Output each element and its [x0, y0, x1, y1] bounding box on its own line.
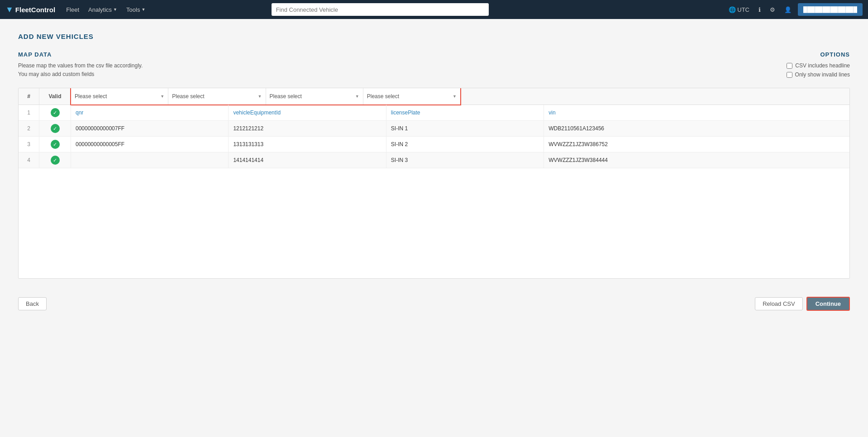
table-header-row: # Valid Please select ▼ Please select — [19, 88, 849, 105]
section-header: MAP DATA Please map the values from the … — [18, 51, 850, 81]
user-button[interactable]: 👤 — [782, 5, 794, 14]
reload-csv-button[interactable]: Reload CSV — [755, 297, 803, 310]
valid-check-icon: ✓ — [51, 124, 60, 133]
col-header-num: # — [19, 88, 39, 104]
row-3-num: 3 — [19, 137, 39, 152]
table-row: 3✓00000000000005FF1313131313SI-IN 2WVWZZ… — [19, 137, 849, 152]
row-1-col4[interactable]: vin — [544, 105, 701, 120]
show-invalid-checkbox[interactable] — [787, 72, 792, 78]
nav-tools[interactable]: Tools ▼ — [123, 5, 149, 15]
info-icon: ℹ — [758, 6, 761, 13]
gear-icon: ⚙ — [770, 6, 775, 13]
info-button[interactable]: ℹ — [756, 5, 763, 14]
row-4-num: 4 — [19, 152, 39, 168]
col-header-valid: Valid — [39, 88, 71, 104]
row-2-col3: SI-IN 1 — [386, 121, 544, 136]
row-3-col2: 1313131313 — [229, 137, 386, 152]
select-dropdown-3[interactable]: Please select — [266, 88, 363, 104]
show-invalid-label[interactable]: Only show invalid lines — [795, 71, 850, 78]
row-1-col1[interactable]: qnr — [71, 105, 229, 120]
row-4-valid: ✓ — [39, 152, 71, 168]
row-4-col2: 1414141414 — [229, 152, 386, 168]
row-filler — [701, 137, 849, 152]
csv-headline-checkbox[interactable] — [787, 63, 792, 69]
brand-logo[interactable]: ▼ FleetControl — [5, 5, 55, 14]
map-data-desc-line1: Please map the values from the csv file … — [18, 62, 143, 70]
section-left: MAP DATA Please map the values from the … — [18, 51, 143, 79]
csv-headline-label[interactable]: CSV includes headline — [795, 62, 850, 69]
table-row: 2✓00000000000007FF1212121212SI-IN 1WDB21… — [19, 121, 849, 137]
user-account-button[interactable]: ██████████████ — [798, 3, 863, 16]
row-2-col1: 00000000000007FF — [71, 121, 229, 136]
row-filler — [701, 121, 849, 136]
table-wrapper: # Valid Please select ▼ Please select — [19, 88, 849, 278]
search-container — [272, 3, 489, 16]
brand-name: FleetControl — [15, 6, 55, 14]
option-csv-headline-row: CSV includes headline — [787, 62, 850, 69]
table-body: 1✓qnrvehicleEquipmentIdlicensePlatevin2✓… — [19, 105, 849, 168]
main-content: ADD NEW VEHICLES MAP DATA Please map the… — [0, 19, 868, 437]
utc-label: UTC — [737, 6, 749, 13]
row-2-num: 2 — [19, 121, 39, 136]
options-section: OPTIONS CSV includes headline Only show … — [787, 51, 850, 81]
row-2-valid: ✓ — [39, 121, 71, 136]
row-3-valid: ✓ — [39, 137, 71, 152]
table-row: 1✓qnrvehicleEquipmentIdlicensePlatevin — [19, 105, 849, 121]
row-1-col3[interactable]: licensePlate — [386, 105, 544, 120]
brand-v-icon: ▼ — [5, 5, 14, 14]
option-show-invalid-row: Only show invalid lines — [787, 71, 850, 78]
bottom-right: Reload CSV Continue — [755, 297, 850, 311]
row-1-valid: ✓ — [39, 105, 71, 120]
nav-analytics[interactable]: Analytics ▼ — [85, 5, 121, 15]
row-filler — [701, 152, 849, 168]
row-2-col2: 1212121212 — [229, 121, 386, 136]
header-filler — [460, 88, 849, 104]
tools-caret-icon: ▼ — [141, 7, 145, 12]
user-icon: 👤 — [784, 6, 792, 13]
select-col-2: Please select ▼ — [168, 88, 266, 104]
navbar-right: 🌐 UTC ℹ ⚙ 👤 ██████████████ — [726, 3, 863, 16]
valid-check-icon: ✓ — [51, 108, 60, 117]
row-1-num: 1 — [19, 105, 39, 120]
table-container: # Valid Please select ▼ Please select — [18, 88, 850, 279]
search-input[interactable] — [272, 3, 489, 16]
analytics-caret-icon: ▼ — [113, 7, 117, 12]
map-data-desc-line2: You may also add custom fields — [18, 70, 143, 79]
nav-links: Fleet Analytics ▼ Tools ▼ — [62, 5, 149, 15]
back-button[interactable]: Back — [18, 297, 47, 310]
utc-button[interactable]: 🌐 UTC — [726, 5, 752, 14]
user-account-label: ██████████████ — [803, 6, 857, 13]
row-3-col4: WVWZZZ1JZ3W386752 — [544, 137, 701, 152]
continue-button[interactable]: Continue — [806, 297, 850, 311]
row-3-col3: SI-IN 2 — [386, 137, 544, 152]
settings-button[interactable]: ⚙ — [767, 5, 778, 14]
row-4-col3: SI-IN 3 — [386, 152, 544, 168]
bottom-bar: Back Reload CSV Continue — [18, 290, 850, 318]
selects-group: Please select ▼ Please select ▼ Please s… — [71, 88, 460, 104]
globe-icon: 🌐 — [729, 6, 736, 13]
row-3-col1: 00000000000005FF — [71, 137, 229, 152]
table-row: 4✓1414141414SI-IN 3WVWZZZ1JZ3W384444 — [19, 152, 849, 168]
select-dropdown-4[interactable]: Please select — [363, 88, 460, 104]
row-1-col2[interactable]: vehicleEquipmentId — [229, 105, 386, 120]
select-col-1: Please select ▼ — [71, 88, 168, 104]
row-filler — [701, 105, 849, 120]
valid-check-icon: ✓ — [51, 156, 60, 165]
navbar: ▼ FleetControl Fleet Analytics ▼ Tools ▼… — [0, 0, 868, 19]
select-col-4: Please select ▼ — [363, 88, 460, 104]
map-data-title: MAP DATA — [18, 51, 143, 58]
row-2-col4: WDB2110561A123456 — [544, 121, 701, 136]
select-col-3: Please select ▼ — [266, 88, 363, 104]
valid-check-icon: ✓ — [51, 140, 60, 149]
nav-fleet[interactable]: Fleet — [62, 5, 83, 15]
row-4-col1 — [71, 152, 229, 168]
select-dropdown-2[interactable]: Please select — [168, 88, 265, 104]
options-title: OPTIONS — [787, 51, 850, 58]
row-4-col4: WVWZZZ1JZ3W384444 — [544, 152, 701, 168]
page-title: ADD NEW VEHICLES — [18, 33, 850, 40]
select-dropdown-1[interactable]: Please select — [71, 88, 168, 104]
map-data-desc: Please map the values from the csv file … — [18, 62, 143, 79]
